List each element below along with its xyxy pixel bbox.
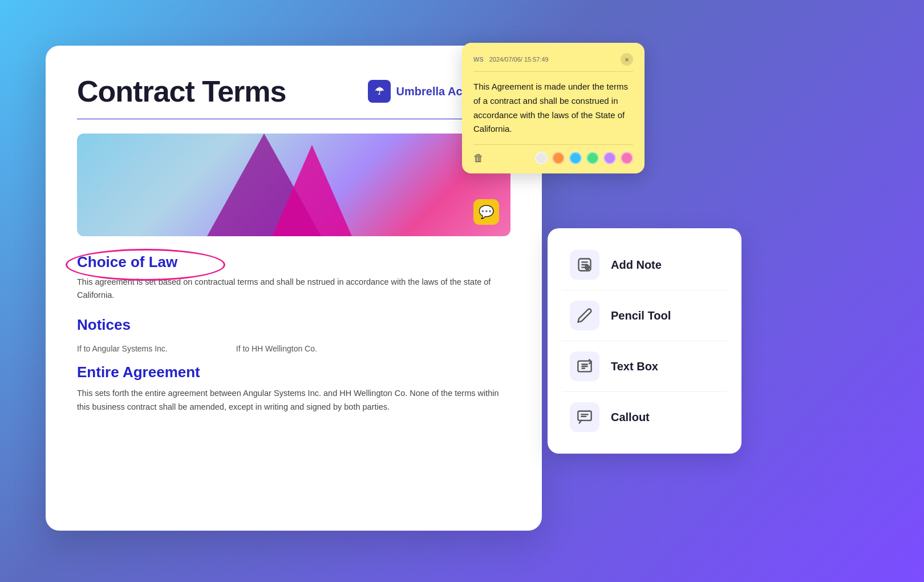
pencil-tool-item[interactable]: Pencil Tool — [562, 290, 727, 341]
svg-rect-11 — [578, 411, 591, 421]
sticky-top-divider — [473, 71, 633, 72]
color-dot-3[interactable] — [586, 152, 599, 164]
callout-icon — [577, 409, 593, 425]
pencil-icon-wrap — [570, 301, 599, 330]
sticky-note-text: This Agreement is made under the terms o… — [473, 80, 633, 136]
color-dot-2[interactable] — [569, 152, 582, 164]
callout-icon-wrap — [570, 402, 599, 432]
chat-bubble-icon[interactable]: 💬 — [473, 199, 499, 225]
callout-item[interactable]: Callout — [562, 392, 727, 442]
entire-agreement-body: This sets forth the entire agreement bet… — [77, 387, 510, 413]
sticky-timestamp: 2024/07/06/ 15:57:49 — [489, 56, 549, 63]
notices-section: Notices If to Angular Systems Inc. If to… — [77, 316, 510, 353]
sticky-footer: 🗑 — [473, 144, 633, 164]
text-box-item[interactable]: Text Box — [562, 341, 727, 391]
doc-title: Contract Terms — [77, 74, 286, 108]
color-dot-1[interactable] — [552, 152, 565, 164]
text-box-label: Text Box — [611, 360, 658, 373]
doc-image-shape2 — [272, 145, 352, 236]
sticky-close-button[interactable]: × — [621, 53, 633, 66]
trash-icon[interactable]: 🗑 — [473, 152, 484, 164]
callout-label: Callout — [611, 411, 650, 424]
add-note-item[interactable]: Add Note — [562, 240, 727, 290]
entire-agreement-heading: Entire Agreement — [77, 363, 200, 381]
sticky-ws-label: WS — [473, 56, 484, 63]
color-dot-5[interactable] — [621, 152, 633, 164]
color-dot-0[interactable] — [535, 152, 548, 164]
doc-divider — [77, 119, 510, 119]
add-note-label: Add Note — [611, 258, 662, 272]
doc-header: Contract Terms ☂ Umbrella Accounting — [77, 74, 510, 108]
choice-of-law-section: Choice of Law This agreement is set base… — [77, 253, 510, 302]
notices-heading: Notices — [77, 316, 131, 334]
logo-icon: ☂ — [368, 80, 391, 103]
pencil-icon — [577, 308, 593, 324]
notices-row: If to Angular Systems Inc. If to HH Well… — [77, 344, 510, 353]
text-box-icon — [577, 358, 593, 374]
choice-of-law-body: This agreement is set based on contractu… — [77, 276, 510, 302]
doc-image: 💬 — [77, 134, 510, 236]
color-palette — [535, 152, 633, 164]
add-note-icon-wrap — [570, 250, 599, 280]
entire-agreement-section: Entire Agreement This sets forth the ent… — [77, 363, 510, 413]
text-box-icon-wrap — [570, 351, 599, 381]
choice-of-law-heading: Choice of Law — [77, 253, 177, 271]
tools-panel: Add Note Pencil Tool Text Box — [548, 228, 741, 454]
sticky-note: WS 2024/07/06/ 15:57:49 × This Agreement… — [462, 43, 645, 173]
notices-col2: If to HH Wellington Co. — [236, 344, 317, 353]
add-note-icon — [577, 257, 593, 273]
sticky-note-header: WS 2024/07/06/ 15:57:49 × — [473, 53, 633, 66]
color-dot-4[interactable] — [603, 152, 616, 164]
notices-col1: If to Angular Systems Inc. — [77, 344, 168, 353]
pencil-tool-label: Pencil Tool — [611, 309, 671, 322]
